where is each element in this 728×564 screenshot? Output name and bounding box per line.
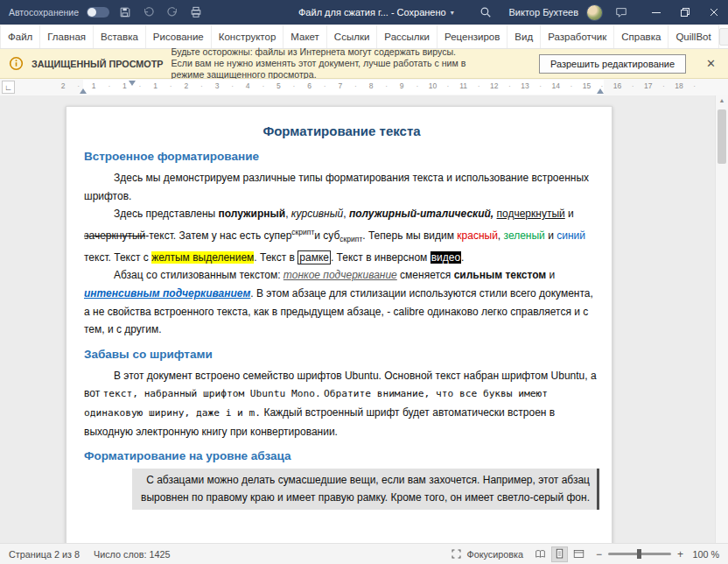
ruler-tick: · — [385, 81, 388, 90]
ruler-number: 8 — [369, 81, 374, 90]
share-button[interactable]: Поделиться — [719, 28, 728, 46]
section-heading: Форматирование на уровне абзаца — [84, 449, 599, 462]
text-run: сменяется — [397, 269, 454, 281]
ruler-tick: · — [508, 81, 511, 90]
protected-view-title: ЗАЩИЩЕННЫЙ ПРОСМОТР — [32, 59, 164, 69]
first-line-indent-marker[interactable] — [129, 81, 136, 86]
user-name[interactable]: Виктор Бухтеев — [509, 7, 578, 18]
left-indent-marker[interactable] — [80, 88, 87, 94]
text-run: Абзац со стилизованным текстом: — [114, 269, 284, 281]
horizontal-ruler[interactable]: 2·1·1·1·2·3·4·5·6·7·8·9·10·11·12·13·14·1… — [0, 79, 728, 95]
save-icon[interactable] — [117, 4, 133, 20]
ruler-tick: · — [108, 81, 110, 90]
text-run: , — [498, 229, 504, 242]
text-run: курсивный — [291, 208, 343, 220]
scroll-up-icon[interactable]: ▲ — [716, 97, 728, 103]
quick-print-icon[interactable] — [188, 4, 204, 20]
document-content: Форматирование текстаВстроенное форматир… — [84, 123, 599, 510]
ribbon-tab-8[interactable]: Рецензиров — [438, 25, 508, 48]
text-run: подчеркнутый — [497, 208, 565, 220]
scrollbar-thumb[interactable] — [718, 109, 726, 164]
text-run: скрипт — [291, 228, 314, 236]
text-run: -текст. Затем у нас есть супер — [145, 229, 291, 242]
ribbon-tab-bar: ФайлГлавнаяВставкаРисованиеКонструкторМа… — [0, 25, 728, 49]
text-run: текст, набранный шрифтом Ubuntu Mono. — [102, 388, 320, 399]
text-run: рамке — [298, 250, 331, 264]
document-title[interactable]: Файл для сжатия г... - Сохранено ▾ — [298, 0, 454, 25]
ruler-tick: · — [354, 81, 357, 90]
text-run: , — [343, 208, 349, 220]
text-run: полужирный-италический, — [349, 208, 494, 220]
print-layout-icon[interactable] — [551, 546, 568, 562]
autosave-toggle[interactable] — [87, 7, 109, 18]
redo-icon[interactable] — [164, 4, 180, 20]
ribbon-tab-5[interactable]: Макет — [284, 25, 327, 48]
text-run: скрипт — [340, 235, 362, 243]
ribbon-tab-11[interactable]: Справка — [614, 25, 668, 48]
tab-stop-selector[interactable]: ∟ — [2, 81, 15, 94]
ribbon-tab-1[interactable]: Главная — [40, 25, 94, 48]
statusbar: Страница 2 из 8 Число слов: 1425 Фокусир… — [0, 543, 728, 564]
zoom-level[interactable]: 100 % — [690, 549, 719, 560]
zoom-slider-thumb[interactable] — [637, 549, 641, 559]
protected-view-message: Будьте осторожны: файлы из Интернета мог… — [172, 46, 480, 81]
ruler-number: 1 — [153, 81, 158, 90]
view-switcher — [532, 546, 587, 562]
word-count[interactable]: Число слов: 1425 — [94, 549, 171, 560]
ribbon-tab-4[interactable]: Конструктор — [212, 25, 284, 48]
ribbon-tab-7[interactable]: Рассылки — [377, 25, 438, 48]
chevron-down-icon: ▾ — [451, 9, 454, 17]
ruler-number: 9 — [400, 81, 404, 90]
read-mode-icon[interactable] — [532, 546, 549, 562]
ribbon-tab-3[interactable]: Рисование — [146, 25, 212, 48]
close-infobar-icon[interactable]: ✕ — [706, 58, 716, 69]
close-button[interactable] — [699, 0, 728, 25]
undo-icon[interactable] — [141, 4, 157, 20]
zoom-out-icon[interactable]: − — [596, 548, 602, 560]
text-run: желтым выделением — [151, 251, 254, 264]
ribbon-tab-9[interactable]: Вид — [508, 25, 541, 48]
right-indent-marker[interactable] — [597, 88, 604, 94]
ruler-number: 10 — [429, 81, 437, 90]
ruler-tick: · — [693, 81, 696, 90]
vertical-scrollbar[interactable]: ▲ — [715, 95, 728, 543]
ribbon-tab-2[interactable]: Вставка — [94, 25, 146, 48]
ruler-number: 1 — [122, 81, 127, 90]
statusbar-right: Фокусировка − + 100 % — [451, 546, 719, 562]
focus-icon — [451, 548, 462, 560]
ruler-number: 4 — [246, 81, 250, 90]
zoom-in-icon[interactable]: + — [677, 548, 683, 560]
zoom-controls: − + 100 % — [596, 548, 719, 560]
ruler-tick: · — [324, 81, 326, 90]
ruler-tick: · — [570, 81, 572, 90]
paragraph: Абзац со стилизованным текстом: тонкое п… — [84, 266, 599, 338]
gray-paragraph: С абзацами можно делать сумасшедшие вещи… — [132, 469, 599, 510]
ribbon-tab-0[interactable]: Файл — [0, 25, 40, 48]
text-run: зачеркнутый — [84, 229, 145, 242]
text-run: Здесь мы демонстрируем различные типы фо… — [84, 172, 589, 202]
comments-icon[interactable] — [613, 4, 629, 20]
ribbon-tab-6[interactable]: Ссылки — [327, 25, 378, 48]
ruler-tick: · — [293, 81, 296, 90]
ribbon-tab-12[interactable]: QuillBot — [668, 25, 718, 48]
text-run: . Текст в — [254, 251, 298, 264]
enable-editing-button[interactable]: Разрешить редактирование — [539, 54, 686, 74]
ruler-tick: · — [262, 81, 264, 90]
text-run: и — [565, 208, 574, 220]
text-run: видео — [430, 251, 461, 264]
focus-mode-button[interactable]: Фокусировка — [451, 548, 522, 560]
ruler-number: 12 — [490, 81, 498, 90]
paragraph: Здесь мы демонстрируем различные типы фо… — [84, 169, 599, 205]
minimize-button[interactable] — [641, 0, 670, 25]
page-indicator[interactable]: Страница 2 из 8 — [9, 549, 80, 560]
zoom-slider[interactable] — [608, 553, 671, 555]
web-layout-icon[interactable] — [570, 546, 587, 562]
quick-access-toolbar: Автосохранение — [0, 4, 204, 20]
ribbon-tab-10[interactable]: Разработчик — [541, 25, 614, 48]
search-icon[interactable] — [478, 4, 494, 20]
ruler-number: 18 — [675, 81, 682, 90]
filename-text: Файл для сжатия г... - Сохранено — [298, 7, 446, 18]
restore-button[interactable] — [670, 0, 699, 25]
user-avatar[interactable] — [586, 4, 603, 21]
ruler-tick: · — [231, 81, 234, 90]
